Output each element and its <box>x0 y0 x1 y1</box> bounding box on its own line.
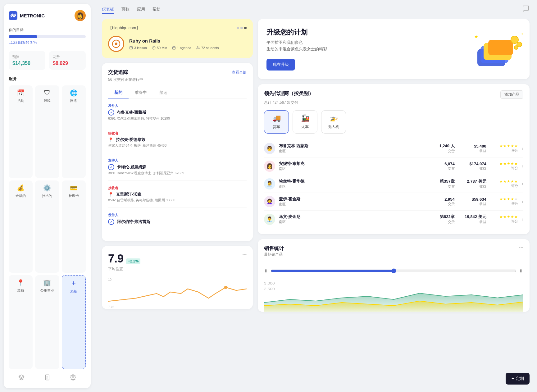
agent-avatar-2: 👩‍💼 <box>264 178 275 189</box>
expense-label: 花费 <box>53 55 82 59</box>
svg-point-15 <box>224 286 228 289</box>
delivery-role-2: 发件人 <box>108 158 247 163</box>
tracking-card: 交货追踪 查看全部 56 次交付正在进行中 新的 准备中 船运 发件人 ✓ 布鲁… <box>102 63 253 241</box>
sidebar-header: METRONIC 👩 <box>9 10 86 21</box>
agent-stats-1: 6,074 交货 $174,074 收益 ★★★★★ 评分 <box>433 162 518 171</box>
customize-button[interactable]: ✦ 定制 <box>506 373 530 385</box>
agent-row-0: 👨 布鲁克林·西蒙斯 南区 1,240 人 交货 $5,400 收益 <box>264 140 523 157</box>
agent-name-1: 安妮特·布莱克 <box>279 161 429 166</box>
sales-dots[interactable]: ••• <box>519 245 523 250</box>
stat-revenue-0: $5,400 收益 <box>465 144 486 153</box>
cat-tab-train[interactable]: 🚂 火车 <box>293 110 317 134</box>
stars-3: ★★★★★ <box>496 197 518 201</box>
left-column: 【biqubiqu.com】 Ruby <box>102 19 253 385</box>
svg-point-20 <box>511 36 518 43</box>
avatar[interactable]: 👩 <box>75 10 86 21</box>
dot3 <box>244 27 247 29</box>
upgrade-button[interactable]: 现在升级 <box>266 59 295 71</box>
agent-arrow-0[interactable]: › <box>522 146 523 151</box>
settings-icon[interactable] <box>70 374 76 382</box>
drone-label: 无人机 <box>328 124 339 130</box>
add-product-button[interactable]: 添加产品 <box>500 90 523 99</box>
service-label-network: 网络 <box>70 98 77 103</box>
view-all-link[interactable]: 查看全部 <box>232 70 247 75</box>
train-label: 火车 <box>301 124 309 130</box>
service-item-insurance[interactable]: 🛡 保险 <box>35 85 59 178</box>
service-item-finance[interactable]: 💰 金融的 <box>9 180 33 273</box>
drone-icon: 🚁 <box>330 114 338 122</box>
agent-info-1: 安妮特·布莱克 南区 <box>279 161 429 171</box>
slider-row: ⏸ ⏸ <box>264 265 523 277</box>
chat-icon[interactable] <box>522 5 530 14</box>
svg-text:3,000: 3,000 <box>264 282 275 285</box>
delivery-addr-2: 3891 Ranchview 理查森博士, 加利福尼亚州 62639 <box>108 171 247 175</box>
topnav-link-dashboard[interactable]: 仪表板 <box>102 5 114 14</box>
service-label-insurance: 保险 <box>44 98 51 103</box>
duration-text: 50 Min <box>157 46 167 50</box>
agent-avatar-4: 👨‍💼 <box>264 214 275 225</box>
tracking-tabs: 新的 准备中 船运 <box>108 87 247 98</box>
agent-name-4: 马文·麦金尼 <box>279 214 429 220</box>
train-icon: 🚂 <box>301 114 309 122</box>
service-item-card[interactable]: 💳 护理卡 <box>62 180 86 273</box>
dot2 <box>240 27 243 29</box>
course-meta: 3 lesson 50 Min 1 agenda <box>129 46 219 50</box>
cat-tab-drone[interactable]: 🚁 无人机 <box>321 110 346 134</box>
range-slider[interactable] <box>271 268 517 273</box>
tab-new[interactable]: 新的 <box>108 87 129 98</box>
service-item-add[interactable]: + 添新 <box>62 275 86 369</box>
tracking-title: 交货追踪 <box>108 69 128 76</box>
delivery-item-3: 接收者 📍 克里斯汀·沃森 8502 普雷斯顿路, 英格尔伍德, 缅因州 983… <box>108 186 247 208</box>
topnav-link-help[interactable]: 帮助 <box>152 5 161 14</box>
students-text: 72 students <box>201 46 219 50</box>
utility-icon: 🏢 <box>43 279 51 286</box>
sales-subtitle: 最畅销产品 <box>264 252 284 257</box>
y-label-775: 7.75 <box>108 305 247 309</box>
service-item-hospitality[interactable]: 📍 款待 <box>9 275 33 369</box>
sales-title: 销售统计 <box>264 245 284 252</box>
file-icon[interactable] <box>44 374 50 382</box>
truck-icon: 🚚 <box>272 114 281 122</box>
expense-value: $8,029 <box>53 61 82 66</box>
tracking-header: 交货追踪 查看全部 <box>108 69 247 76</box>
service-item-network[interactable]: 🌐 网络 <box>62 85 86 178</box>
agent-avatar-1: 👩 <box>264 161 275 172</box>
delivery-addr-3: 8502 普雷斯顿路, 英格尔伍德, 缅因州 98380 <box>108 198 247 203</box>
course-logo <box>108 36 124 52</box>
right-column: 升级您的计划 平面插图和我们多色 生动的未混合紫色头发女士的精彩 现在升级 <box>258 19 530 385</box>
agent-arrow-2[interactable]: › <box>522 181 523 187</box>
topnav-link-pages[interactable]: 页数 <box>121 5 130 14</box>
svg-text:★: ★ <box>474 34 478 39</box>
stats-dots[interactable]: ••• <box>242 252 247 257</box>
stars-4: ★★★★★ <box>496 215 518 219</box>
upgrade-desc2: 生动的未混合紫色头发女士的精彩 <box>266 47 327 51</box>
stat-deliveries-4: 第822章 交货 <box>433 214 455 224</box>
tracking-subtitle: 56 次交付正在进行中 <box>108 77 247 82</box>
service-item-tech[interactable]: ⚙️ 技术的 <box>35 180 59 273</box>
delivery-name-1: 📍 拉尔夫·爱德华兹 <box>108 137 247 143</box>
agent-region-3: 南区 <box>279 202 429 207</box>
service-item-activity[interactable]: 📅 活动 <box>9 85 33 178</box>
network-icon: 🌐 <box>70 89 78 97</box>
budget-value: $14,350 <box>12 61 42 66</box>
category-tabs: 🚚 货车 🚂 火车 🚁 无人机 <box>264 110 523 134</box>
service-label-tech: 技术的 <box>42 194 52 198</box>
lessons-text: 3 lesson <box>134 46 147 50</box>
service-item-utility[interactable]: 🏢 公用事业 <box>35 275 59 369</box>
agent-arrow-3[interactable]: › <box>522 199 523 204</box>
tech-icon: ⚙️ <box>43 184 51 192</box>
sales-card: 销售统计 最畅销产品 ••• ⏸ ⏸ <box>258 239 530 312</box>
agent-arrow-4[interactable]: › <box>522 217 523 222</box>
services-label: 服务 <box>9 76 86 82</box>
topnav-link-apps[interactable]: 应用 <box>137 5 145 14</box>
agent-arrow-1[interactable]: › <box>522 163 523 169</box>
tab-shipping[interactable]: 船运 <box>153 87 174 98</box>
cat-tab-truck[interactable]: 🚚 货车 <box>264 110 289 134</box>
tab-preparing[interactable]: 准备中 <box>129 87 153 98</box>
dot1 <box>237 27 239 29</box>
services-grid: 📅 活动 🛡 保险 🌐 网络 💰 金融的 ⚙️ 技术的 💳 护理卡 📍 款待 � <box>9 85 86 369</box>
stat-revenue-3: $59,634 收益 <box>465 197 486 206</box>
svg-rect-10 <box>173 47 175 49</box>
agents-header: 领先代理商（按类别） 添加产品 <box>264 90 523 99</box>
layers-icon[interactable] <box>18 374 25 382</box>
